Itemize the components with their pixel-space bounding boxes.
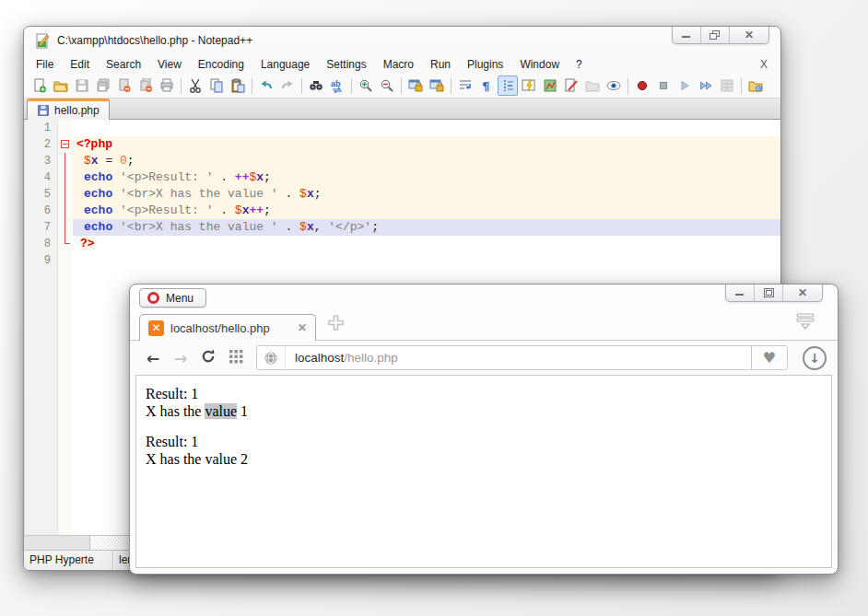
speed-dial-button[interactable] bbox=[224, 349, 248, 367]
find-icon[interactable] bbox=[306, 76, 326, 96]
show-indent-guide-icon[interactable] bbox=[498, 76, 518, 96]
back-arrow-icon: ← bbox=[147, 349, 159, 367]
stop-recording-icon[interactable] bbox=[653, 76, 674, 96]
code-line[interactable]: echo '<p>Result: ' . $x++; bbox=[73, 203, 780, 219]
menu-encoding[interactable]: Encoding bbox=[190, 56, 252, 73]
new-file-icon[interactable] bbox=[29, 76, 50, 96]
opera-titlebar[interactable]: Menu ✕ bbox=[130, 285, 838, 309]
address-bar[interactable]: localhost/hello.php ♥ bbox=[256, 345, 788, 370]
menu-edit[interactable]: Edit bbox=[62, 56, 98, 73]
svg-text:ab: ab bbox=[331, 79, 341, 88]
site-info-button[interactable] bbox=[257, 346, 286, 369]
reload-button[interactable] bbox=[196, 348, 220, 368]
document-close-x[interactable]: X bbox=[751, 58, 777, 71]
code-line[interactable]: $x = 0; bbox=[73, 153, 780, 169]
minimize-button[interactable] bbox=[673, 26, 701, 43]
npp-tab-hello-php[interactable]: hello.php bbox=[27, 99, 110, 120]
back-button[interactable]: ← bbox=[141, 349, 165, 367]
code-line[interactable] bbox=[73, 120, 780, 136]
notepadpp-titlebar[interactable]: C:\xampp\htdocs\hello.php - Notepad++ ✕ bbox=[24, 27, 780, 54]
zoom-in-icon[interactable] bbox=[356, 76, 376, 96]
tab-menu-button[interactable] bbox=[795, 313, 815, 333]
playback-macro-icon[interactable] bbox=[674, 76, 695, 96]
bookmark-button[interactable]: ♥ bbox=[751, 346, 787, 369]
toolbar-separator bbox=[252, 78, 252, 94]
fold-collapse-icon[interactable] bbox=[61, 140, 69, 148]
code-line-current[interactable]: echo '<br>X has the value ' . $x, '</p>'… bbox=[73, 219, 780, 236]
status-doc-type: PHP Hyperte bbox=[24, 551, 113, 570]
opera-tab-localhost[interactable]: ✕ localhost/hello.php ✕ bbox=[139, 314, 316, 341]
menu-search[interactable]: Search bbox=[98, 56, 149, 73]
minimize-icon bbox=[682, 30, 691, 39]
document-map-icon[interactable] bbox=[540, 76, 560, 96]
start-recording-icon[interactable] bbox=[632, 76, 652, 96]
maximize-button[interactable] bbox=[755, 284, 783, 301]
sync-scroll-vertical-icon[interactable] bbox=[405, 76, 426, 96]
cut-icon[interactable] bbox=[185, 76, 205, 96]
menu-view[interactable]: View bbox=[149, 56, 190, 73]
save-icon[interactable] bbox=[72, 76, 92, 96]
close-all-icon[interactable] bbox=[135, 76, 156, 96]
forward-button[interactable]: → bbox=[169, 349, 193, 367]
copy-icon[interactable] bbox=[206, 76, 227, 96]
menu-language[interactable]: Language bbox=[252, 56, 318, 73]
run-macro-multiple-icon[interactable] bbox=[696, 76, 716, 96]
restore-button[interactable] bbox=[701, 26, 730, 43]
npp-toolbar: ab ¶ bbox=[24, 74, 780, 99]
result-line-1: Result: 1 bbox=[146, 385, 822, 402]
toolbar-separator bbox=[628, 78, 628, 94]
menu-plugins[interactable]: Plugins bbox=[459, 56, 511, 73]
window-title: C:\xampp\htdocs\hello.php - Notepad++ bbox=[57, 34, 252, 47]
save-all-icon[interactable] bbox=[93, 76, 113, 96]
url-path: /hello.php bbox=[344, 351, 398, 365]
value-line-2: X has the value 2 bbox=[146, 450, 822, 468]
menu-file[interactable]: File bbox=[28, 56, 62, 73]
code-line[interactable]: echo '<br>X has the value ' . $x; bbox=[73, 186, 780, 203]
function-list-icon[interactable] bbox=[519, 76, 539, 96]
zoom-out-icon[interactable] bbox=[377, 76, 397, 96]
npp-tab-label: hello.php bbox=[54, 104, 100, 117]
speed-dial-grid-icon bbox=[229, 350, 243, 364]
opera-window-controls: ✕ bbox=[725, 284, 823, 302]
menu-window[interactable]: Window bbox=[511, 56, 568, 73]
minimize-button[interactable] bbox=[726, 284, 755, 301]
open-containing-folder-icon[interactable] bbox=[745, 76, 766, 96]
code-line[interactable]: ?> bbox=[73, 236, 780, 252]
close-icon-doc[interactable] bbox=[114, 76, 135, 96]
word-wrap-icon[interactable] bbox=[455, 76, 475, 96]
menu-help[interactable]: ? bbox=[568, 56, 591, 73]
open-file-icon[interactable] bbox=[51, 76, 71, 96]
line-number-gutter: 123456789 bbox=[25, 120, 58, 535]
npp-window-controls: ✕ bbox=[672, 26, 769, 44]
show-all-characters-icon[interactable]: ¶ bbox=[476, 76, 497, 96]
opera-tab-label: localhost/hello.php bbox=[170, 321, 270, 335]
tab-menu-icon bbox=[795, 313, 815, 330]
globe-icon bbox=[264, 351, 278, 366]
opera-menu-button[interactable]: Menu bbox=[139, 288, 206, 308]
sync-scroll-horizontal-icon[interactable] bbox=[427, 76, 447, 96]
menu-run[interactable]: Run bbox=[422, 56, 459, 73]
save-recorded-macro-icon[interactable] bbox=[717, 76, 737, 96]
code-line[interactable] bbox=[73, 252, 780, 269]
user-defined-language-icon[interactable] bbox=[561, 76, 581, 96]
file-monitoring-icon[interactable] bbox=[604, 76, 624, 96]
desktop: C:\xampp\htdocs\hello.php - Notepad++ ✕ … bbox=[0, 0, 868, 616]
tab-close-icon[interactable]: ✕ bbox=[298, 321, 307, 334]
undo-icon[interactable] bbox=[256, 76, 276, 96]
replace-icon[interactable]: ab bbox=[327, 76, 347, 96]
close-button[interactable]: ✕ bbox=[730, 26, 768, 43]
code-line[interactable]: <?php bbox=[73, 136, 780, 153]
new-tab-button[interactable] bbox=[328, 315, 344, 334]
new-tab-plus-icon bbox=[328, 315, 344, 331]
redo-icon[interactable] bbox=[277, 76, 298, 96]
document-switcher-icon[interactable] bbox=[582, 76, 603, 96]
opera-window: Menu ✕ ✕ localhost/hello.php ✕ ← → bbox=[129, 284, 839, 575]
print-icon[interactable] bbox=[157, 76, 177, 96]
code-line[interactable]: echo '<p>Result: ' . ++$x; bbox=[73, 169, 780, 186]
scrollbar-thumb[interactable] bbox=[24, 536, 90, 550]
close-button[interactable]: ✕ bbox=[783, 284, 822, 301]
download-button[interactable]: ↓ bbox=[803, 346, 827, 370]
menu-settings[interactable]: Settings bbox=[318, 56, 374, 73]
paste-icon[interactable] bbox=[228, 76, 248, 96]
menu-macro[interactable]: Macro bbox=[375, 56, 422, 73]
